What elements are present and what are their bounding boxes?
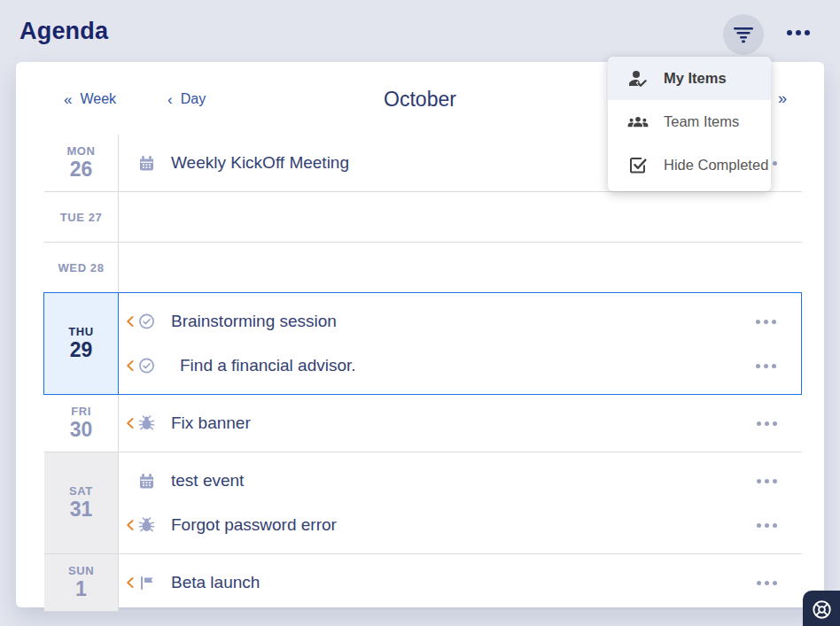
item-title: Fix banner: [171, 413, 251, 433]
chevron-left-icon: [125, 519, 138, 531]
day-name: TUE 27: [60, 211, 103, 224]
app-header: Agenda: [0, 0, 840, 62]
chevron-left-icon: [125, 315, 138, 328]
bug-icon: [138, 516, 155, 534]
day-cell: FRI 30: [44, 395, 119, 452]
filter-menu-item[interactable]: Team Items: [608, 100, 771, 143]
day-items: Fix banner: [119, 395, 802, 452]
day-cell: SUN 1: [44, 554, 119, 611]
day-date: 30: [70, 418, 93, 441]
agenda-day-row: WED 28: [44, 243, 802, 292]
day-name: SUN: [68, 564, 94, 577]
filter-menu-item[interactable]: Hide Completed: [608, 143, 771, 187]
menu-item-label: My Items: [664, 70, 727, 87]
item-title: Beta launch: [171, 573, 260, 592]
day-cell: WED 28: [44, 243, 119, 292]
item-more-button[interactable]: [756, 320, 776, 324]
agenda-item[interactable]: test event: [119, 459, 802, 503]
agenda-item[interactable]: Brainstorming session: [119, 299, 801, 344]
agenda-item[interactable]: Forgot password error: [119, 503, 802, 547]
item-title: Brainstorming session: [171, 312, 337, 331]
menu-item-label: Team Items: [664, 113, 739, 130]
agenda-item[interactable]: Fix banner: [119, 401, 802, 445]
day-date: 1: [75, 577, 87, 600]
item-more-button[interactable]: [757, 581, 777, 585]
page-title: Agenda: [19, 18, 108, 45]
more-options-button[interactable]: [787, 30, 810, 35]
flag-milestone-icon: [138, 575, 155, 591]
day-name: SAT: [69, 484, 93, 498]
item-title: Find a financial advisor.: [180, 356, 356, 375]
calendar-icon: [138, 155, 155, 172]
bug-icon: [138, 414, 155, 432]
chevron-left-icon: [125, 359, 138, 372]
day-items: [119, 243, 802, 292]
chevron-left-icon: [125, 576, 138, 589]
day-name: THU: [68, 325, 94, 338]
filter-button[interactable]: [723, 14, 764, 55]
calendar-icon: [138, 473, 155, 490]
agenda-day-row: THU 29 Brainstorming session Find a fina…: [43, 292, 802, 395]
filter-icon: [732, 26, 755, 43]
day-name: MON: [66, 144, 95, 158]
next-week-button[interactable]: »: [778, 89, 787, 108]
day-items: [119, 192, 802, 242]
help-button[interactable]: [803, 591, 840, 626]
day-name: WED 28: [58, 261, 104, 274]
item-more-button[interactable]: [757, 479, 777, 483]
day-cell: SAT 31: [44, 452, 119, 553]
item-title: Forgot password error: [171, 515, 337, 535]
day-name: FRI: [71, 405, 91, 418]
item-more-button[interactable]: [757, 523, 777, 528]
item-more-button[interactable]: [756, 364, 776, 368]
agenda-day-row: FRI 30 Fix banner: [44, 395, 802, 452]
day-date: 31: [70, 498, 93, 521]
day-cell: TUE 27: [44, 192, 119, 242]
day-cell: MON 26: [44, 135, 119, 191]
item-title: Weekly KickOff Meeting: [171, 153, 349, 173]
task-check-icon: [138, 313, 155, 330]
team-icon: [627, 112, 649, 133]
agenda-table: MON 26 Weekly KickOff Meeting TUE 27 WED…: [44, 135, 802, 612]
chevron-left-icon: [125, 417, 138, 429]
lifebuoy-icon: [811, 599, 833, 621]
task-check-icon: [138, 357, 155, 375]
day-cell: THU 29: [44, 293, 119, 394]
day-items: Brainstorming session Find a financial a…: [119, 293, 801, 394]
item-title: test event: [171, 471, 244, 491]
day-items: Beta launch: [119, 554, 802, 611]
person-check-icon: [627, 68, 649, 89]
day-date: 29: [70, 338, 93, 361]
agenda-day-row: SAT 31 test event Forgot password error: [44, 452, 802, 554]
agenda-day-row: TUE 27: [44, 192, 802, 243]
menu-item-label: Hide Completed: [664, 157, 768, 174]
agenda-day-row: SUN 1 Beta launch: [44, 554, 802, 612]
agenda-item[interactable]: Beta launch: [119, 560, 802, 605]
checkbox-check-icon: [627, 155, 649, 176]
agenda-item[interactable]: Find a financial advisor.: [119, 344, 801, 388]
day-date: 26: [70, 158, 93, 181]
filter-menu: My Items Team Items Hide Completed: [608, 57, 771, 191]
item-more-button[interactable]: [757, 421, 777, 426]
day-items: test event Forgot password error: [119, 452, 802, 553]
filter-menu-item[interactable]: My Items: [608, 57, 771, 100]
